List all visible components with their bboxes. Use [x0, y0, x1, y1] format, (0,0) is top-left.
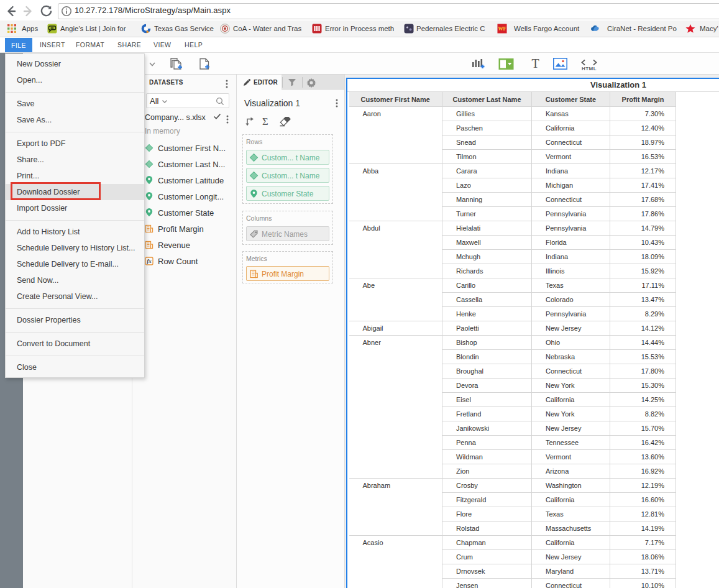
svg-text:WF: WF	[498, 26, 506, 32]
svg-text:T: T	[531, 57, 539, 70]
svg-text:HTML: HTML	[582, 66, 597, 71]
svg-text:fx: fx	[147, 258, 152, 264]
